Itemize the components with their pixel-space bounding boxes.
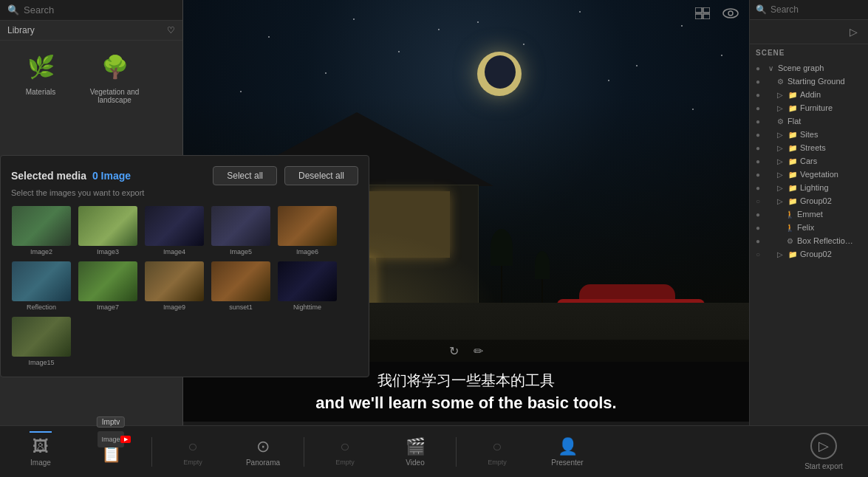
chevron-right-icon: ▷: [775, 182, 785, 193]
thumb-image15: [12, 317, 71, 357]
media-actions: Select all Deselect all: [213, 166, 358, 185]
thumb-image3: [78, 206, 137, 246]
lib-item-materials[interactable]: 🌿 Materials: [7, 48, 74, 104]
lib-item-vegetation[interactable]: 🌳 Vegetation and landscape: [81, 48, 148, 104]
tree-item-cars[interactable]: ● ▷ 📁 Cars: [750, 154, 868, 168]
left-search-bar[interactable]: 🔍: [0, 0, 182, 21]
tab-presenter[interactable]: 👤 Presenter: [534, 430, 601, 474]
tab-empty-3[interactable]: ○ Empty: [464, 430, 530, 474]
tree-item-emmet[interactable]: ● 🚶 Emmet: [750, 207, 868, 221]
search-input[interactable]: [24, 4, 175, 16]
eye-icon: ●: [753, 143, 763, 153]
chevron-right-icon: ▷: [775, 143, 785, 153]
tree-item-label: Flat: [787, 117, 801, 126]
favorite-icon: ♡: [167, 25, 175, 35]
tab-image2[interactable]: Imptv Image ▶ 📋: [78, 430, 144, 474]
play-button[interactable]: ▷: [844, 23, 862, 41]
scene-tree: ● ∨ Scene graph ● ⚙ Starting Ground ● ▷ …: [750, 60, 868, 427]
eye-icon: ○: [753, 196, 763, 206]
active-indicator: [30, 431, 52, 433]
deselect-all-button[interactable]: Deselect all: [284, 166, 358, 185]
tree-item-vegetation[interactable]: ● ▷ 📁 Vegetation: [750, 168, 868, 181]
thumb-image9: [145, 261, 204, 301]
thumb-image4: [145, 206, 204, 246]
materials-icon: 🌿: [18, 48, 63, 85]
subtitle-english: and we'll learn some of the basic tools.: [198, 394, 734, 413]
object-icon: ⚙: [775, 76, 785, 86]
list-item[interactable]: Image9: [144, 261, 205, 311]
tree-item-addin[interactable]: ● ▷ 📁 Addin: [750, 88, 868, 101]
person-icon: 🚶: [785, 209, 795, 219]
list-item[interactable]: Nighttime: [277, 261, 338, 311]
tree-item-sites[interactable]: ● ▷ 📁 Sites: [750, 128, 868, 141]
library-icons: 🌿 Materials 🌳 Vegetation and landscape: [0, 41, 182, 111]
thumb-label: Image15: [28, 359, 54, 366]
list-item[interactable]: Image4: [144, 206, 205, 255]
eye-icon: ●: [753, 169, 763, 179]
eye-icon: ●: [753, 236, 763, 246]
refresh-button[interactable]: ↻: [449, 344, 459, 358]
svg-point-5: [728, 11, 733, 16]
viewport-toolbar: [183, 0, 749, 27]
thumb-label: Image6: [296, 248, 318, 255]
tree-item-felix[interactable]: ● 🚶 Felix: [750, 221, 868, 234]
list-item[interactable]: Image6: [277, 206, 338, 255]
thumb-reflection: [12, 261, 71, 301]
list-item[interactable]: Image3: [78, 206, 138, 255]
layout-toggle-button[interactable]: [691, 2, 714, 24]
list-item[interactable]: Image2: [11, 206, 72, 255]
thumb-label: sunset1: [229, 303, 253, 311]
panorama-icon: ⊙: [256, 437, 270, 456]
materials-label: Materials: [26, 88, 56, 96]
select-all-button[interactable]: Select all: [213, 166, 277, 185]
tree-item-label: Group02: [800, 196, 832, 205]
tree-item-furniture[interactable]: ● ▷ 📁 Furniture: [750, 101, 868, 114]
svg-rect-0: [695, 7, 702, 13]
media-panel-title: Selected media: [11, 170, 86, 182]
tab-empty-label-1: Empty: [183, 459, 202, 466]
list-item[interactable]: Image7: [78, 261, 138, 311]
vegetation-label: Vegetation and landscape: [81, 88, 148, 104]
right-search-input[interactable]: [770, 4, 862, 15]
folder-icon: 📁: [787, 129, 798, 140]
tree-item-group02-2[interactable]: ○ ▷ 📁 Group02: [750, 247, 868, 261]
tree-item-streets[interactable]: ● ▷ 📁 Streets: [750, 141, 868, 154]
library-label: Library: [7, 25, 35, 35]
chevron-right-icon: ▷: [775, 249, 785, 259]
tab-empty-2[interactable]: ○ Empty: [312, 430, 378, 474]
tree-item-lighting[interactable]: ● ▷ 📁 Lighting: [750, 181, 868, 194]
panel-header: Library ♡: [0, 21, 182, 41]
tree-item-box-reflection[interactable]: ● ⚙ Box Reflection Pro...: [750, 234, 868, 247]
tab-video[interactable]: 🎬 Video: [382, 430, 448, 474]
thumb-label: Nighttime: [293, 303, 321, 311]
media-panel-header: Selected media 0 Image Select all Desele…: [11, 166, 358, 185]
tree-item-scene-graph[interactable]: ● ∨ Scene graph: [750, 61, 868, 75]
thumb-label: Reflection: [27, 303, 56, 311]
edit-button[interactable]: ✏: [474, 344, 483, 358]
chevron-right-icon: ▷: [775, 89, 785, 100]
eye-toggle-button[interactable]: [720, 2, 742, 24]
vegetation-icon: 🌳: [92, 48, 137, 85]
object-icon: ⚙: [785, 236, 795, 246]
toolbar-divider-3: [456, 437, 457, 467]
thumb-nighttime: [278, 261, 337, 301]
tree-item-starting-ground[interactable]: ● ⚙ Starting Ground: [750, 75, 868, 88]
tab-empty-1[interactable]: ○ Empty: [160, 430, 226, 474]
tab-label-inner: Image: [101, 436, 120, 443]
right-panel: 🔍 ▷ SCENE ● ∨ Scene graph ● ⚙ Starting G…: [749, 0, 868, 477]
thumb-sunset1: [211, 261, 270, 301]
search-icon: 🔍: [7, 4, 19, 16]
list-item[interactable]: Reflection: [11, 261, 72, 311]
tree-item-flat[interactable]: ● ⚙ Flat: [750, 114, 868, 128]
start-export-button[interactable]: ▷ Start export: [787, 430, 861, 474]
list-item[interactable]: sunset1: [211, 261, 271, 311]
tree-item-group02[interactable]: ○ ▷ 📁 Group02: [750, 194, 868, 207]
eye-icon: ●: [753, 76, 763, 86]
tab-image[interactable]: 🖼 Image: [7, 430, 74, 474]
tab-panorama[interactable]: ⊙ Panorama: [230, 430, 296, 474]
list-item[interactable]: Image5: [211, 206, 271, 255]
media-grid: Image2 Image3 Image4 Image5 Image6 Refle…: [11, 206, 358, 366]
right-search-bar[interactable]: 🔍: [750, 0, 868, 20]
list-item[interactable]: Image15: [11, 317, 72, 366]
thumb-image5: [211, 206, 270, 246]
